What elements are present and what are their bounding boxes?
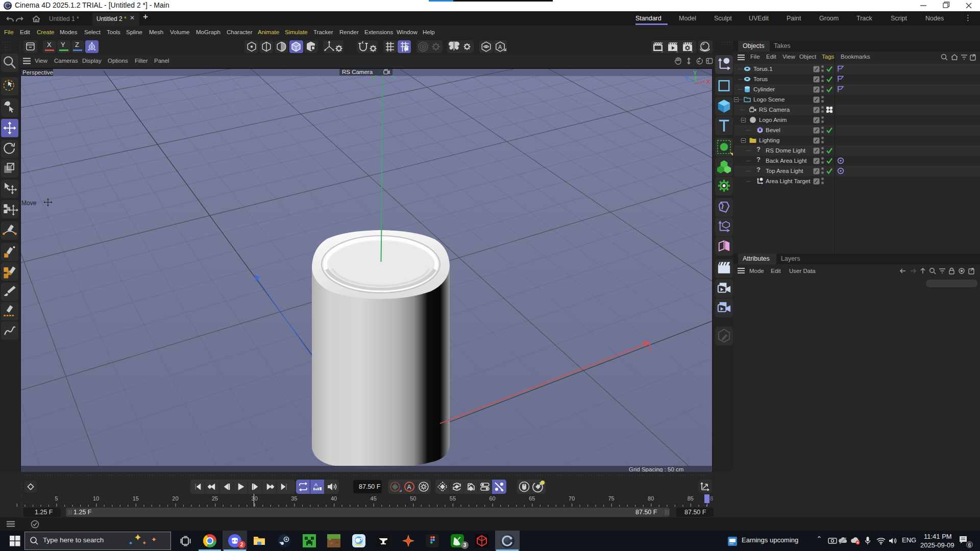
svg-text:Move: Move — [21, 199, 37, 207]
svg-text:Grid Spacing : 50 cm: Grid Spacing : 50 cm — [629, 466, 683, 472]
svg-text:Perspective: Perspective — [22, 69, 53, 76]
svg-text:A: A — [314, 482, 317, 487]
svg-text:RS Camera: RS Camera — [342, 69, 373, 75]
svg-text:X: X — [706, 79, 710, 85]
svg-text:Y: Y — [693, 70, 697, 76]
svg-text:Z: Z — [685, 76, 689, 82]
svg-text:A: A — [407, 484, 411, 491]
svg-text:A: A — [498, 44, 502, 50]
